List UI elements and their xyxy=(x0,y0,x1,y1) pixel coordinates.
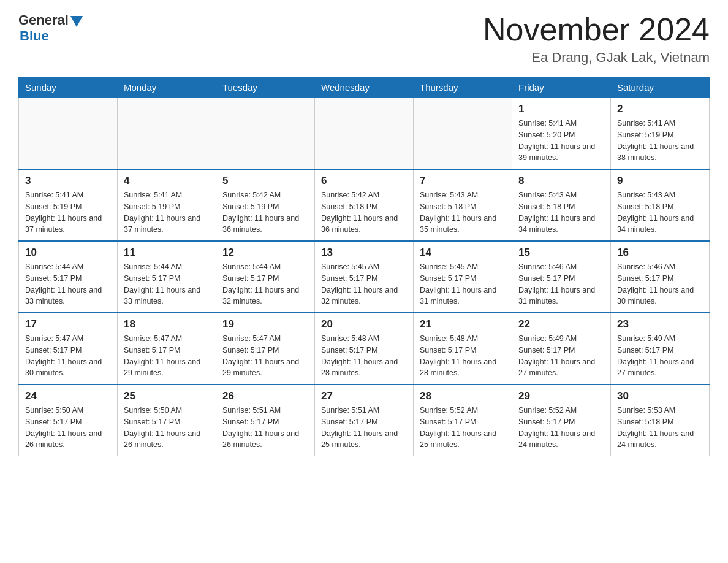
calendar-day-cell: 27Sunrise: 5:51 AM Sunset: 5:17 PM Dayli… xyxy=(315,385,414,456)
logo: General Blue xyxy=(18,12,83,44)
calendar-week-row: 3Sunrise: 5:41 AM Sunset: 5:19 PM Daylig… xyxy=(19,169,710,241)
day-number: 17 xyxy=(25,318,111,331)
day-number: 3 xyxy=(25,175,111,187)
calendar-day-cell: 18Sunrise: 5:47 AM Sunset: 5:17 PM Dayli… xyxy=(118,313,216,385)
day-number: 18 xyxy=(124,318,210,331)
calendar-day-cell xyxy=(118,98,216,170)
day-info: Sunrise: 5:42 AM Sunset: 5:19 PM Dayligh… xyxy=(222,190,308,236)
day-info: Sunrise: 5:41 AM Sunset: 5:20 PM Dayligh… xyxy=(518,118,604,164)
calendar-header-monday: Monday xyxy=(118,77,216,98)
day-number: 13 xyxy=(321,247,407,259)
calendar-week-row: 17Sunrise: 5:47 AM Sunset: 5:17 PM Dayli… xyxy=(19,313,710,385)
day-info: Sunrise: 5:45 AM Sunset: 5:17 PM Dayligh… xyxy=(321,261,407,307)
calendar-day-cell: 19Sunrise: 5:47 AM Sunset: 5:17 PM Dayli… xyxy=(216,313,315,385)
day-info: Sunrise: 5:45 AM Sunset: 5:17 PM Dayligh… xyxy=(420,261,506,307)
calendar-day-cell xyxy=(19,98,118,170)
calendar-day-cell xyxy=(414,98,512,170)
calendar-week-row: 1Sunrise: 5:41 AM Sunset: 5:20 PM Daylig… xyxy=(19,98,710,170)
day-info: Sunrise: 5:44 AM Sunset: 5:17 PM Dayligh… xyxy=(222,261,308,307)
day-number: 5 xyxy=(222,175,308,187)
calendar-day-cell: 16Sunrise: 5:46 AM Sunset: 5:17 PM Dayli… xyxy=(611,241,710,313)
day-info: Sunrise: 5:52 AM Sunset: 5:17 PM Dayligh… xyxy=(518,405,604,451)
day-info: Sunrise: 5:48 AM Sunset: 5:17 PM Dayligh… xyxy=(420,333,506,379)
day-info: Sunrise: 5:51 AM Sunset: 5:17 PM Dayligh… xyxy=(222,405,308,451)
calendar-header-row: SundayMondayTuesdayWednesdayThursdayFrid… xyxy=(19,77,710,98)
day-info: Sunrise: 5:43 AM Sunset: 5:18 PM Dayligh… xyxy=(617,190,703,236)
day-info: Sunrise: 5:52 AM Sunset: 5:17 PM Dayligh… xyxy=(420,405,506,451)
day-number: 4 xyxy=(124,175,210,187)
calendar-day-cell: 30Sunrise: 5:53 AM Sunset: 5:18 PM Dayli… xyxy=(611,385,710,456)
calendar-header-tuesday: Tuesday xyxy=(216,77,315,98)
page-header: General Blue November 2024 Ea Drang, GJa… xyxy=(18,12,710,66)
day-number: 12 xyxy=(222,247,308,259)
calendar-day-cell: 14Sunrise: 5:45 AM Sunset: 5:17 PM Dayli… xyxy=(414,241,512,313)
day-number: 30 xyxy=(617,390,703,402)
calendar-day-cell: 17Sunrise: 5:47 AM Sunset: 5:17 PM Dayli… xyxy=(19,313,118,385)
day-number: 9 xyxy=(617,175,703,187)
day-info: Sunrise: 5:50 AM Sunset: 5:17 PM Dayligh… xyxy=(25,405,111,451)
day-info: Sunrise: 5:43 AM Sunset: 5:18 PM Dayligh… xyxy=(518,190,604,236)
calendar-day-cell: 3Sunrise: 5:41 AM Sunset: 5:19 PM Daylig… xyxy=(19,169,118,241)
day-number: 7 xyxy=(420,175,506,187)
calendar-day-cell: 1Sunrise: 5:41 AM Sunset: 5:20 PM Daylig… xyxy=(512,98,611,170)
day-number: 10 xyxy=(25,247,111,259)
day-number: 15 xyxy=(518,247,604,259)
calendar-day-cell: 8Sunrise: 5:43 AM Sunset: 5:18 PM Daylig… xyxy=(512,169,611,241)
calendar-day-cell: 25Sunrise: 5:50 AM Sunset: 5:17 PM Dayli… xyxy=(118,385,216,456)
day-info: Sunrise: 5:50 AM Sunset: 5:17 PM Dayligh… xyxy=(124,405,210,451)
day-info: Sunrise: 5:46 AM Sunset: 5:17 PM Dayligh… xyxy=(617,261,703,307)
day-info: Sunrise: 5:41 AM Sunset: 5:19 PM Dayligh… xyxy=(124,190,210,236)
logo-blue-text: Blue xyxy=(20,28,49,44)
day-info: Sunrise: 5:49 AM Sunset: 5:17 PM Dayligh… xyxy=(518,333,604,379)
calendar-week-row: 10Sunrise: 5:44 AM Sunset: 5:17 PM Dayli… xyxy=(19,241,710,313)
day-info: Sunrise: 5:49 AM Sunset: 5:17 PM Dayligh… xyxy=(617,333,703,379)
day-number: 2 xyxy=(617,103,703,115)
calendar-header-thursday: Thursday xyxy=(414,77,512,98)
calendar-day-cell: 4Sunrise: 5:41 AM Sunset: 5:19 PM Daylig… xyxy=(118,169,216,241)
day-number: 19 xyxy=(222,318,308,331)
logo-triangle-icon xyxy=(70,16,83,27)
day-info: Sunrise: 5:43 AM Sunset: 5:18 PM Dayligh… xyxy=(420,190,506,236)
calendar-day-cell: 2Sunrise: 5:41 AM Sunset: 5:19 PM Daylig… xyxy=(611,98,710,170)
day-number: 27 xyxy=(321,390,407,402)
day-number: 28 xyxy=(420,390,506,402)
month-title: November 2024 xyxy=(483,12,710,47)
calendar-day-cell: 13Sunrise: 5:45 AM Sunset: 5:17 PM Dayli… xyxy=(315,241,414,313)
calendar-day-cell: 10Sunrise: 5:44 AM Sunset: 5:17 PM Dayli… xyxy=(19,241,118,313)
calendar-day-cell: 28Sunrise: 5:52 AM Sunset: 5:17 PM Dayli… xyxy=(414,385,512,456)
day-number: 23 xyxy=(617,318,703,331)
calendar-day-cell: 12Sunrise: 5:44 AM Sunset: 5:17 PM Dayli… xyxy=(216,241,315,313)
day-number: 29 xyxy=(518,390,604,402)
calendar-day-cell: 15Sunrise: 5:46 AM Sunset: 5:17 PM Dayli… xyxy=(512,241,611,313)
calendar-day-cell: 29Sunrise: 5:52 AM Sunset: 5:17 PM Dayli… xyxy=(512,385,611,456)
calendar-day-cell xyxy=(216,98,315,170)
day-info: Sunrise: 5:53 AM Sunset: 5:18 PM Dayligh… xyxy=(617,405,703,451)
day-number: 1 xyxy=(518,103,604,115)
title-area: November 2024 Ea Drang, GJak Lak, Vietna… xyxy=(483,12,710,66)
calendar-day-cell: 24Sunrise: 5:50 AM Sunset: 5:17 PM Dayli… xyxy=(19,385,118,456)
day-number: 16 xyxy=(617,247,703,259)
day-number: 20 xyxy=(321,318,407,331)
calendar-week-row: 24Sunrise: 5:50 AM Sunset: 5:17 PM Dayli… xyxy=(19,385,710,456)
day-info: Sunrise: 5:44 AM Sunset: 5:17 PM Dayligh… xyxy=(25,261,111,307)
calendar-day-cell: 5Sunrise: 5:42 AM Sunset: 5:19 PM Daylig… xyxy=(216,169,315,241)
day-info: Sunrise: 5:44 AM Sunset: 5:17 PM Dayligh… xyxy=(124,261,210,307)
calendar-day-cell: 6Sunrise: 5:42 AM Sunset: 5:18 PM Daylig… xyxy=(315,169,414,241)
day-number: 26 xyxy=(222,390,308,402)
day-info: Sunrise: 5:42 AM Sunset: 5:18 PM Dayligh… xyxy=(321,190,407,236)
day-info: Sunrise: 5:47 AM Sunset: 5:17 PM Dayligh… xyxy=(222,333,308,379)
day-number: 6 xyxy=(321,175,407,187)
day-info: Sunrise: 5:47 AM Sunset: 5:17 PM Dayligh… xyxy=(124,333,210,379)
calendar-day-cell: 7Sunrise: 5:43 AM Sunset: 5:18 PM Daylig… xyxy=(414,169,512,241)
calendar-table: SundayMondayTuesdayWednesdayThursdayFrid… xyxy=(18,77,710,456)
day-info: Sunrise: 5:48 AM Sunset: 5:17 PM Dayligh… xyxy=(321,333,407,379)
calendar-day-cell: 9Sunrise: 5:43 AM Sunset: 5:18 PM Daylig… xyxy=(611,169,710,241)
day-number: 14 xyxy=(420,247,506,259)
location-subtitle: Ea Drang, GJak Lak, Vietnam xyxy=(483,50,710,66)
calendar-day-cell: 20Sunrise: 5:48 AM Sunset: 5:17 PM Dayli… xyxy=(315,313,414,385)
calendar-header-sunday: Sunday xyxy=(19,77,118,98)
calendar-day-cell: 23Sunrise: 5:49 AM Sunset: 5:17 PM Dayli… xyxy=(611,313,710,385)
day-info: Sunrise: 5:41 AM Sunset: 5:19 PM Dayligh… xyxy=(25,190,111,236)
calendar-day-cell: 26Sunrise: 5:51 AM Sunset: 5:17 PM Dayli… xyxy=(216,385,315,456)
day-info: Sunrise: 5:41 AM Sunset: 5:19 PM Dayligh… xyxy=(617,118,703,164)
